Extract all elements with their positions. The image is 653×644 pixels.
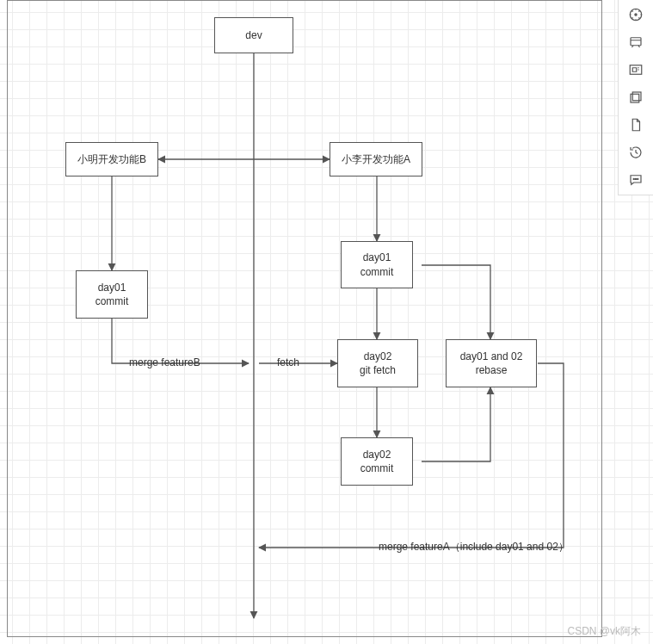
edge-label-merge-b: merge featureB <box>129 356 200 368</box>
watermark: CSDN @vk阿木 <box>567 624 641 639</box>
comment-icon[interactable] <box>626 170 645 189</box>
svg-rect-11 <box>632 92 641 101</box>
node-label: day02 commit <box>360 448 394 475</box>
diagram-canvas: dev 小明开发功能B 小李开发功能A day01 commit day01 c… <box>0 0 653 644</box>
node-dev[interactable]: dev <box>214 17 293 53</box>
node-a-day02-fetch[interactable]: day02 git fetch <box>337 339 418 387</box>
layers-icon[interactable] <box>626 88 645 107</box>
edge-label-fetch: fetch <box>277 356 299 368</box>
node-label: day02 git fetch <box>360 350 396 377</box>
node-a-day01-commit[interactable]: day01 commit <box>341 241 413 288</box>
toolbar <box>618 0 653 195</box>
node-label: 小李开发功能A <box>342 152 410 166</box>
node-rebase[interactable]: day01 and 02 rebase <box>446 339 537 387</box>
node-b-day01-commit[interactable]: day01 commit <box>76 270 148 319</box>
node-xiaoming[interactable]: 小明开发功能B <box>65 142 158 176</box>
svg-rect-9 <box>631 38 641 46</box>
theme-icon[interactable] <box>626 33 645 52</box>
node-label: dev <box>245 28 262 42</box>
node-label: day01 commit <box>95 281 129 308</box>
node-label: day01 and 02 rebase <box>460 350 523 377</box>
node-label: day01 commit <box>360 251 394 278</box>
compass-icon[interactable] <box>626 5 645 24</box>
svg-point-8 <box>635 14 637 15</box>
svg-rect-12 <box>631 94 639 102</box>
fit-icon[interactable] <box>626 60 645 79</box>
svg-point-15 <box>638 178 638 179</box>
node-label: 小明开发功能B <box>77 152 146 166</box>
edge-label-merge-a: merge featureA（include day01 and 02） <box>379 540 569 554</box>
svg-rect-10 <box>630 65 642 75</box>
svg-point-14 <box>635 178 636 179</box>
page-icon[interactable] <box>626 115 645 134</box>
node-a-day02-commit[interactable]: day02 commit <box>341 437 413 486</box>
history-icon[interactable] <box>626 143 645 162</box>
node-xiaoli[interactable]: 小李开发功能A <box>330 142 422 176</box>
svg-point-13 <box>633 178 634 179</box>
